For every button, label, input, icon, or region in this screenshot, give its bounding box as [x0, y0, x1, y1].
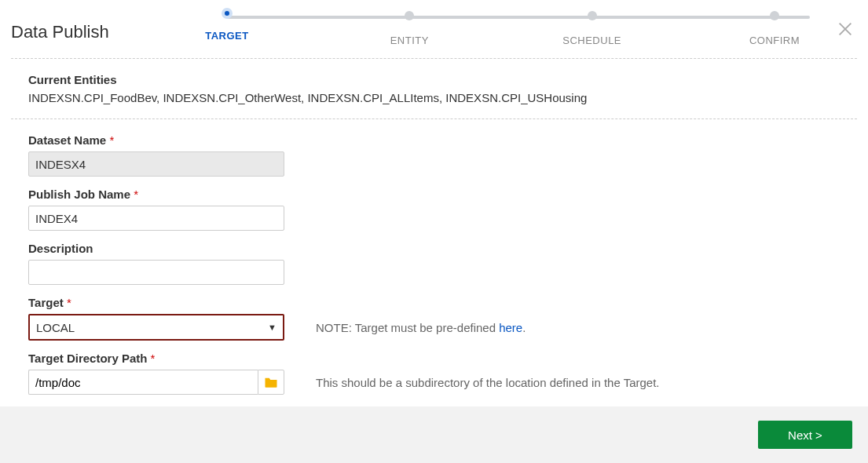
target-here-link[interactable]: here [499, 321, 522, 334]
label-text: Dataset Name [28, 133, 106, 147]
dataset-name-input [28, 151, 284, 177]
target-directory-label: Target Directory Path * [28, 352, 840, 365]
next-button[interactable]: Next > [758, 421, 852, 449]
browse-folder-button[interactable] [258, 370, 284, 395]
label-text: Target Directory Path [28, 352, 147, 365]
publish-job-name-input[interactable] [28, 206, 284, 231]
target-form: Dataset Name * Publish Job Name * Descri… [0, 119, 868, 395]
label-text: Publish Job Name [28, 188, 130, 201]
target-select[interactable]: LOCAL [28, 314, 284, 341]
target-label: Target * [28, 296, 840, 309]
note-suffix: . [522, 321, 526, 334]
step-label: TARGET [205, 30, 248, 42]
close-icon[interactable] [837, 20, 854, 38]
label-text: Target [28, 296, 64, 309]
required-marker: * [109, 133, 114, 147]
stepper: TARGET ENTITY SCHEDULE CONFIRM [192, 6, 857, 53]
step-dot-icon [588, 11, 597, 20]
step-label: ENTITY [390, 35, 429, 46]
target-directory-input[interactable] [28, 370, 258, 395]
step-schedule[interactable]: SCHEDULE [557, 8, 628, 46]
target-note: NOTE: Target must be pre-defined here. [284, 321, 526, 334]
current-entities-value: INDEXSN.CPI_FoodBev, INDEXSN.CPI_OtherWe… [28, 91, 840, 104]
required-marker: * [67, 296, 71, 309]
current-entities-label: Current Entities [28, 73, 840, 86]
step-label: CONFIRM [749, 35, 800, 46]
current-entities-block: Current Entities INDEXSN.CPI_FoodBev, IN… [0, 59, 868, 104]
target-directory-hint: This should be a subdirectory of the loc… [284, 376, 660, 389]
step-dot-icon [222, 8, 233, 19]
footer-bar: Next > [0, 406, 868, 463]
description-input[interactable] [28, 260, 284, 285]
required-marker: * [134, 188, 138, 201]
step-dot-icon [405, 11, 414, 20]
description-label: Description [28, 242, 284, 255]
publish-job-name-label: Publish Job Name * [28, 188, 284, 201]
required-marker: * [151, 352, 156, 365]
step-dot-icon [770, 11, 779, 20]
folder-icon [264, 376, 278, 388]
step-entity[interactable]: ENTITY [374, 8, 445, 46]
step-label: SCHEDULE [562, 35, 621, 46]
page-title: Data Publish [11, 22, 192, 42]
step-target[interactable]: TARGET [192, 8, 262, 42]
dataset-name-label: Dataset Name * [28, 133, 284, 147]
step-confirm[interactable]: CONFIRM [739, 8, 810, 46]
note-text: NOTE: Target must be pre-defined [316, 321, 499, 334]
